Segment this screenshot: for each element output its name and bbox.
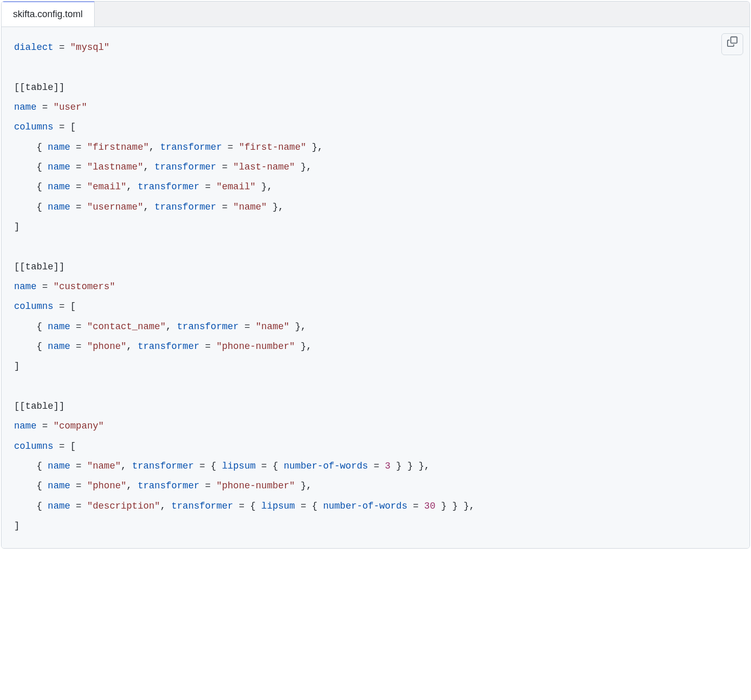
tab-bar: skifta.config.toml [2,2,749,27]
tab-label: skifta.config.toml [13,9,83,19]
copy-icon [727,34,737,54]
code-area: dialect = "mysql" [[table]] name = "user… [2,27,749,548]
copy-button[interactable] [721,33,743,55]
code-content: dialect = "mysql" [[table]] name = "user… [14,37,737,536]
tab-filename[interactable]: skifta.config.toml [2,1,95,27]
code-block-container: skifta.config.toml dialect = "mysql" [[t… [1,1,750,549]
